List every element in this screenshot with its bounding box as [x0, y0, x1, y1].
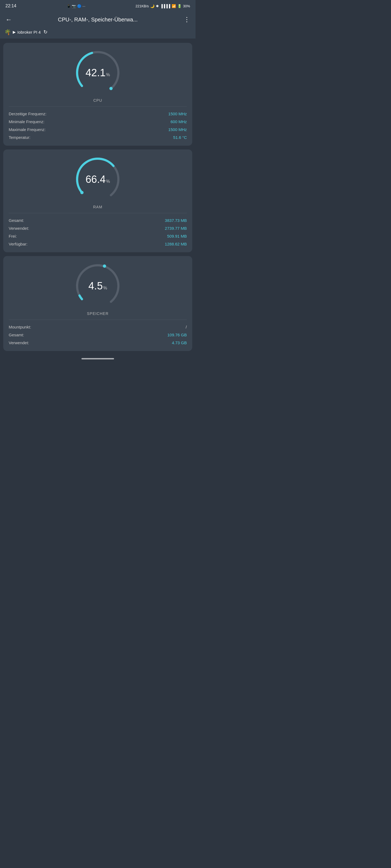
network-speed: 221KB/s [136, 4, 149, 8]
ram-stat-label-0: Gesamt: [9, 218, 24, 223]
cpu-stat-value-2: 1500 MHz [168, 127, 187, 132]
cpu-stat-label-2: Maximale Frequenz: [9, 127, 46, 132]
top-bar: ← CPU-, RAM-, Speicher-Überwa... ⋮ [0, 12, 196, 27]
cpu-stat-label-0: Derzeitige Frequenz: [9, 112, 47, 116]
status-bar: 22:14 📱 📷 🔵 ··· 221KB/s 🌙 ✱ ▐▐▐▐ 📶 🔋 30% [0, 0, 196, 12]
bottom-indicator [0, 355, 196, 361]
ram-card: 66.4 % RAM Gesamt: 3837.73 MB Verwendet:… [3, 150, 192, 252]
ram-stat-value-2: 509.91 MB [167, 234, 187, 239]
cpu-stat-row-1: Minimale Frequenz: 600 MHz [9, 118, 187, 126]
ram-stat-value-1: 2739.77 MB [165, 226, 187, 230]
cpu-gauge: 42.1 % [73, 48, 122, 97]
breadcrumb: 🌴 ▶ Iobroker PI 4 ↻ [0, 27, 196, 38]
refresh-button[interactable]: ↻ [44, 29, 48, 35]
speicher-value-unit: % [103, 286, 107, 290]
bottom-bar [81, 358, 114, 360]
speicher-card: 4.5 % SPEICHER Mountpunkt: / Gesamt: 109… [3, 256, 192, 351]
cpu-stat-value-3: 51.6 °C [173, 135, 187, 140]
signal-icon: ▐▐▐▐ [160, 4, 170, 8]
speicher-stat-row-2: Verwendet: 4.73 GB [9, 339, 187, 347]
globe-icon: 🌴 [4, 29, 11, 35]
speicher-stat-value-0: / [186, 325, 187, 329]
ram-stat-label-1: Verwendet: [9, 226, 29, 230]
speicher-stat-value-1: 109.76 GB [167, 333, 187, 337]
ram-stat-value-3: 1288.62 MB [165, 242, 187, 246]
ram-stat-row-0: Gesamt: 3837.73 MB [9, 216, 187, 224]
cpu-value-number: 42.1 [86, 67, 106, 79]
speicher-stat-row-1: Gesamt: 109.76 GB [9, 331, 187, 339]
ram-stat-label-2: Frei: [9, 234, 17, 239]
cpu-stat-row-3: Temperatur: 51.6 °C [9, 133, 187, 141]
cpu-stat-value-1: 600 MHz [170, 119, 187, 124]
cpu-stat-row-0: Derzeitige Frequenz: 1500 MHz [9, 110, 187, 118]
notification-icons: 📱 📷 🔵 ··· [66, 4, 86, 8]
menu-button[interactable]: ⋮ [183, 14, 191, 24]
status-right: 221KB/s 🌙 ✱ ▐▐▐▐ 📶 🔋 30% [136, 4, 190, 8]
status-time: 22:14 [5, 3, 16, 8]
ram-divider [9, 213, 187, 213]
speicher-gauge-container: 4.5 % SPEICHER [9, 261, 187, 316]
cpu-gauge-container: 42.1 % CPU [9, 48, 187, 102]
cpu-stat-row-2: Maximale Frequenz: 1500 MHz [9, 126, 187, 133]
ram-stat-value-0: 3837.73 MB [165, 218, 187, 223]
speicher-stat-label-0: Mountpunkt: [9, 325, 31, 329]
speicher-gauge: 4.5 % [73, 261, 122, 310]
moon-icon: 🌙 [150, 4, 155, 8]
ram-stat-row-3: Verfügbar: 1288.62 MB [9, 240, 187, 248]
status-icons: 📱 📷 🔵 ··· [66, 4, 86, 8]
main-content: 42.1 % CPU Derzeitige Frequenz: 1500 MHz… [0, 38, 196, 355]
speicher-stat-label-1: Gesamt: [9, 333, 24, 337]
ram-stat-row-2: Frei: 509.91 MB [9, 232, 187, 240]
back-button[interactable]: ← [4, 14, 13, 24]
page-title: CPU-, RAM-, Speicher-Überwa... [13, 17, 183, 23]
speicher-stat-label-2: Verwendet: [9, 340, 29, 345]
ram-value-unit: % [106, 179, 110, 184]
ram-gauge-value: 66.4 % [86, 174, 110, 185]
bluetooth-icon: ✱ [156, 4, 159, 8]
speicher-divider [9, 319, 187, 320]
ram-gauge: 66.4 % [73, 155, 122, 204]
cpu-stat-label-1: Minimale Frequenz: [9, 119, 45, 124]
ram-value-number: 66.4 [86, 174, 106, 185]
cpu-stat-value-0: 1500 MHz [168, 112, 187, 116]
speicher-stat-value-2: 4.73 GB [172, 340, 187, 345]
cpu-gauge-value: 42.1 % [86, 67, 110, 79]
speicher-stat-row-0: Mountpunkt: / [9, 323, 187, 331]
battery-icon: 🔋 [177, 4, 181, 8]
breadcrumb-path[interactable]: Iobroker PI 4 [18, 30, 41, 34]
cpu-card: 42.1 % CPU Derzeitige Frequenz: 1500 MHz… [3, 43, 192, 146]
wifi-icon: 📶 [172, 4, 176, 8]
cpu-stat-label-3: Temperatur: [9, 135, 30, 140]
battery-percent: 30% [183, 4, 190, 8]
ram-stat-row-1: Verwendet: 2739.77 MB [9, 224, 187, 232]
cpu-value-unit: % [106, 72, 110, 77]
breadcrumb-separator: ▶ [13, 30, 16, 34]
speicher-gauge-value: 4.5 % [88, 280, 107, 292]
ram-gauge-container: 66.4 % RAM [9, 155, 187, 209]
ram-stat-label-3: Verfügbar: [9, 242, 27, 246]
speicher-value-number: 4.5 [88, 280, 103, 292]
